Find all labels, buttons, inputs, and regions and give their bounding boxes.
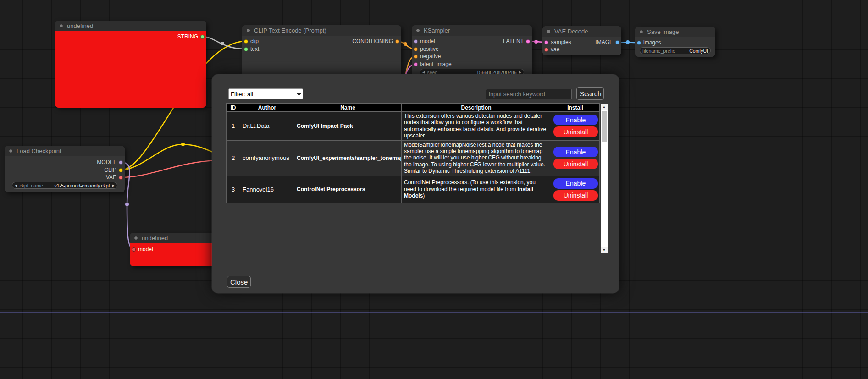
node-ksampler[interactable]: KSampler model positive negative latent_… xyxy=(412,25,532,79)
node-title: CLIP Text Encode (Prompt) xyxy=(254,27,326,34)
latent-output-dot[interactable] xyxy=(526,39,530,44)
uninstall-button[interactable]: Uninstall xyxy=(553,159,598,169)
node-vae-decode[interactable]: VAE Decode samples vae IMAGE xyxy=(542,26,621,55)
ckpt-name-widget[interactable]: ◀ ckpt_name v1-5-pruned-emaonly.ckpt ▶ xyxy=(12,182,117,189)
collapse-dot-icon[interactable] xyxy=(639,30,643,34)
custom-nodes-manager-dialog: Filter: all Search ID Author Name Descri… xyxy=(212,74,619,293)
extension-row: 2 comfyanonymous ComfyUI_experiments/sam… xyxy=(227,140,600,176)
negative-input-dot[interactable] xyxy=(414,55,418,59)
node-canvas[interactable]: undefined STRING CLIP Text Encode (Promp… xyxy=(0,0,868,379)
slot-label: positive xyxy=(420,46,439,52)
node-title-bar[interactable]: Load Checkpoint xyxy=(5,146,125,156)
clip-output-dot[interactable] xyxy=(119,168,123,172)
extension-description: ModelSamplerTonemapNoiseTest a node that… xyxy=(402,140,551,176)
slot-label: VAE xyxy=(106,174,116,181)
node-body xyxy=(55,31,206,108)
extension-name-link[interactable]: ControlNet Preprocessors xyxy=(294,176,402,203)
extension-name-link[interactable]: ComfyUI Impact Pack xyxy=(294,112,402,141)
samples-input-dot[interactable] xyxy=(544,40,548,44)
scroll-down-icon[interactable]: ▼ xyxy=(601,247,608,253)
uninstall-button[interactable]: Uninstall xyxy=(553,190,598,201)
slot-label: model xyxy=(420,38,435,44)
extension-author: Fannovel16 xyxy=(240,176,294,203)
image-output-dot[interactable] xyxy=(615,40,619,44)
search-button[interactable]: Search xyxy=(576,87,604,100)
node-clip-text-encode[interactable]: CLIP Text Encode (Prompt) clip text COND… xyxy=(242,25,401,80)
column-header-id: ID xyxy=(227,104,240,112)
text-input-dot[interactable] xyxy=(244,47,248,51)
node-title-bar[interactable]: undefined xyxy=(55,21,206,31)
model-input-dot[interactable] xyxy=(414,39,418,44)
node-title-bar[interactable]: KSampler xyxy=(412,25,532,36)
increment-arrow-icon[interactable]: ▶ xyxy=(519,71,521,74)
extension-author: comfyanonymous xyxy=(240,140,294,176)
collapse-dot-icon[interactable] xyxy=(134,236,138,240)
slot-label: latent_image xyxy=(420,61,452,67)
next-arrow-icon[interactable]: ▶ xyxy=(112,184,115,187)
column-header-description: Description xyxy=(402,104,551,112)
filename-prefix-widget[interactable]: filename_prefix ComfyUI xyxy=(640,47,711,54)
scrollbar-thumb[interactable] xyxy=(602,111,607,142)
collapse-dot-icon[interactable] xyxy=(547,29,551,33)
node-title-bar[interactable]: VAE Decode xyxy=(542,26,621,37)
slot-label: MODEL xyxy=(97,159,116,165)
slot-label: CLIP xyxy=(104,167,116,173)
description-text: ControlNet Preprocessors. (To use this e… xyxy=(404,179,536,192)
widget-name: ckpt_name xyxy=(19,183,43,188)
extension-row: 1 Dr.Lt.Data ComfyUI Impact Pack This ex… xyxy=(227,112,600,141)
node-save-image[interactable]: Save Image images filename_prefix ComfyU… xyxy=(635,27,715,57)
node-title: Save Image xyxy=(647,28,679,35)
table-header-row: ID Author Name Description Install xyxy=(227,104,600,112)
enable-button[interactable]: Enable xyxy=(553,147,598,157)
node-title: Load Checkpoint xyxy=(17,148,61,154)
table-scrollbar[interactable]: ▲ ▼ xyxy=(601,104,608,253)
latent-image-input-dot[interactable] xyxy=(414,62,418,66)
slot-label: IMAGE xyxy=(595,39,613,45)
uninstall-button[interactable]: Uninstall xyxy=(553,126,598,137)
extension-author: Dr.Lt.Data xyxy=(240,112,294,141)
collapse-dot-icon[interactable] xyxy=(416,28,420,33)
conditioning-output-dot[interactable] xyxy=(395,39,399,44)
extension-id: 2 xyxy=(227,140,240,176)
enable-button[interactable]: Enable xyxy=(553,115,598,125)
positive-input-dot[interactable] xyxy=(414,47,418,51)
close-button[interactable]: Close xyxy=(227,276,251,288)
slot-label: samples xyxy=(551,39,571,45)
node-title: undefined xyxy=(67,22,93,29)
clip-input-dot[interactable] xyxy=(244,39,248,44)
extension-description: ControlNet Preprocessors. (To use this e… xyxy=(402,176,551,203)
extension-row: 3 Fannovel16 ControlNet Preprocessors Co… xyxy=(227,176,600,203)
collapse-dot-icon[interactable] xyxy=(246,28,250,33)
prev-arrow-icon[interactable]: ◀ xyxy=(15,184,17,187)
widget-value: ComfyUI xyxy=(689,48,708,54)
vae-input-dot[interactable] xyxy=(544,48,548,52)
extension-name-link[interactable]: ComfyUI_experiments/sampler_tonemap xyxy=(294,140,402,176)
collapse-dot-icon[interactable] xyxy=(9,149,13,153)
node-title-bar[interactable]: CLIP Text Encode (Prompt) xyxy=(242,25,401,36)
enable-button[interactable]: Enable xyxy=(553,178,598,189)
filter-select[interactable]: Filter: all xyxy=(228,88,303,99)
column-header-install: Install xyxy=(551,104,600,112)
scroll-up-icon[interactable]: ▲ xyxy=(601,104,608,110)
decrement-arrow-icon[interactable]: ◀ xyxy=(422,71,425,74)
slot-label: clip xyxy=(250,38,259,44)
model-input-dot[interactable] xyxy=(132,247,136,252)
node-title: VAE Decode xyxy=(554,28,588,35)
slot-label: text xyxy=(250,46,259,52)
collapse-dot-icon[interactable] xyxy=(59,24,63,28)
node-title-bar[interactable]: Save Image xyxy=(635,27,715,37)
slot-label: negative xyxy=(420,53,441,60)
extensions-table: ID Author Name Description Install 1 Dr.… xyxy=(226,103,600,203)
column-header-author: Author xyxy=(240,104,294,112)
slot-label: vae xyxy=(551,46,559,53)
vae-output-dot[interactable] xyxy=(119,176,123,180)
model-output-dot[interactable] xyxy=(119,160,123,165)
extension-id: 3 xyxy=(227,176,240,203)
node-undefined-top[interactable]: undefined STRING xyxy=(55,21,206,108)
search-input[interactable] xyxy=(486,89,572,99)
string-output-dot[interactable] xyxy=(200,35,205,39)
node-load-checkpoint[interactable]: Load Checkpoint MODEL CLIP VAE ◀ ckpt_na… xyxy=(5,146,125,192)
images-input-dot[interactable] xyxy=(637,41,641,45)
canvas-axis-horizontal xyxy=(0,312,868,313)
column-header-name: Name xyxy=(294,104,402,112)
